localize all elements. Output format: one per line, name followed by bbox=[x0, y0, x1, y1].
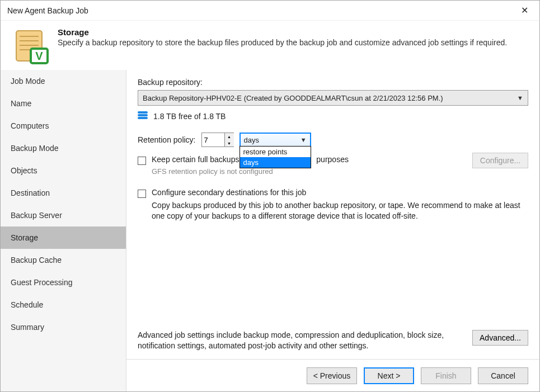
sidebar-item-backup-server[interactable]: Backup Server bbox=[1, 204, 126, 226]
sidebar-item-job-mode[interactable]: Job Mode bbox=[1, 70, 126, 92]
secondary-destinations-description: Copy backups produced by this job to ano… bbox=[152, 200, 528, 221]
main-area: Job Mode Name Computers Backup Mode Obje… bbox=[1, 70, 539, 391]
gfs-label-before: Keep certain full backups bbox=[152, 155, 239, 164]
sidebar-item-schedule[interactable]: Schedule bbox=[1, 294, 126, 316]
gfs-hint-text: GFS retention policy is not configured bbox=[152, 167, 528, 176]
storage-wizard-icon: V bbox=[12, 27, 51, 67]
retention-unit-select[interactable]: days ▼ bbox=[240, 133, 311, 147]
advanced-settings-text: Advanced job settings include backup mod… bbox=[138, 330, 466, 351]
wizard-sidebar: Job Mode Name Computers Backup Mode Obje… bbox=[1, 70, 126, 391]
gfs-checkbox[interactable] bbox=[138, 157, 146, 165]
sidebar-item-backup-cache[interactable]: Backup Cache bbox=[1, 249, 126, 271]
advanced-button[interactable]: Advanced... bbox=[472, 330, 528, 346]
header-area: V Storage Specify a backup repository to… bbox=[1, 21, 539, 78]
retention-policy-row: Retention policy: ▲ ▼ days ▼ restore poi… bbox=[138, 133, 528, 147]
page-title: Storage bbox=[58, 27, 507, 37]
header-text: Storage Specify a backup repository to s… bbox=[58, 27, 507, 67]
spinner-down-button[interactable]: ▼ bbox=[225, 140, 234, 147]
retention-value-spinner[interactable]: ▲ ▼ bbox=[201, 133, 234, 147]
backup-repository-label: Backup repository: bbox=[138, 78, 528, 87]
backup-repository-select[interactable]: Backup Repository-HPHV02-E (Created by G… bbox=[138, 90, 528, 106]
next-button[interactable]: Next > bbox=[364, 367, 414, 384]
gfs-label-after: purposes bbox=[316, 155, 349, 164]
backup-repository-value: Backup Repository-HPHV02-E (Created by G… bbox=[143, 94, 517, 102]
disk-stack-icon bbox=[138, 111, 148, 121]
advanced-settings-row: Advanced job settings include backup mod… bbox=[138, 330, 528, 351]
chevron-down-icon: ▼ bbox=[517, 95, 523, 101]
spinner-up-button[interactable]: ▲ bbox=[225, 133, 234, 140]
wizard-footer: < Previous Next > Finish Cancel bbox=[126, 359, 539, 391]
sidebar-item-destination[interactable]: Destination bbox=[1, 182, 126, 204]
content-area: Backup repository: Backup Repository-HPH… bbox=[126, 70, 539, 391]
configure-button: Configure... bbox=[472, 153, 528, 168]
secondary-destinations-label: Configure secondary destinations for thi… bbox=[152, 188, 306, 197]
retention-unit-option-days[interactable]: days bbox=[240, 157, 311, 168]
free-space-text: 1.8 TB free of 1.8 TB bbox=[153, 112, 226, 121]
previous-button[interactable]: < Previous bbox=[307, 367, 357, 384]
close-icon[interactable]: ✕ bbox=[516, 3, 533, 18]
cancel-button[interactable]: Cancel bbox=[478, 367, 528, 384]
sidebar-item-objects[interactable]: Objects bbox=[1, 159, 126, 182]
sidebar-item-storage[interactable]: Storage bbox=[1, 226, 126, 249]
retention-unit-value: days bbox=[244, 136, 300, 144]
retention-unit-dropdown: restore points days bbox=[240, 146, 311, 168]
sidebar-item-summary[interactable]: Summary bbox=[1, 316, 126, 338]
sidebar-item-guest-processing[interactable]: Guest Processing bbox=[1, 271, 126, 294]
sidebar-item-computers[interactable]: Computers bbox=[1, 115, 126, 137]
sidebar-item-name[interactable]: Name bbox=[1, 92, 126, 115]
retention-unit-option-restore-points[interactable]: restore points bbox=[240, 147, 311, 157]
page-subtitle: Specify a backup repository to store the… bbox=[58, 38, 507, 47]
finish-button: Finish bbox=[421, 367, 471, 384]
retention-policy-label: Retention policy: bbox=[138, 135, 196, 144]
retention-value-input[interactable] bbox=[202, 133, 224, 147]
free-space-row: 1.8 TB free of 1.8 TB bbox=[138, 111, 528, 121]
secondary-destinations-checkbox[interactable] bbox=[138, 190, 146, 198]
window-title: New Agent Backup Job bbox=[7, 6, 516, 15]
chevron-down-icon: ▼ bbox=[300, 136, 307, 143]
secondary-destinations-row: Configure secondary destinations for thi… bbox=[138, 188, 528, 198]
title-bar: New Agent Backup Job ✕ bbox=[1, 1, 539, 21]
svg-text:V: V bbox=[35, 50, 43, 62]
sidebar-item-backup-mode[interactable]: Backup Mode bbox=[1, 137, 126, 159]
gfs-checkbox-row: Keep certain full backups purposes bbox=[138, 155, 528, 165]
